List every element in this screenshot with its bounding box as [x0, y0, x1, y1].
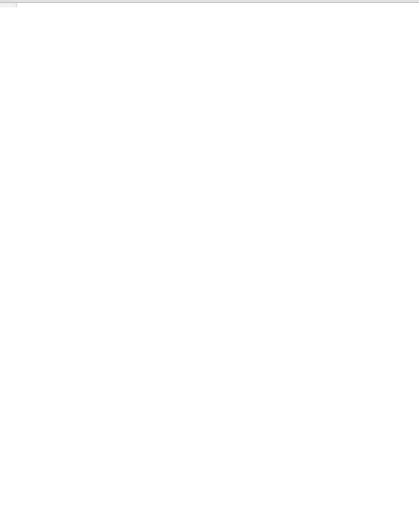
content-panel[interactable] — [17, 3, 419, 7]
editor-container — [0, 3, 419, 7]
line-numbers-panel — [0, 3, 17, 7]
